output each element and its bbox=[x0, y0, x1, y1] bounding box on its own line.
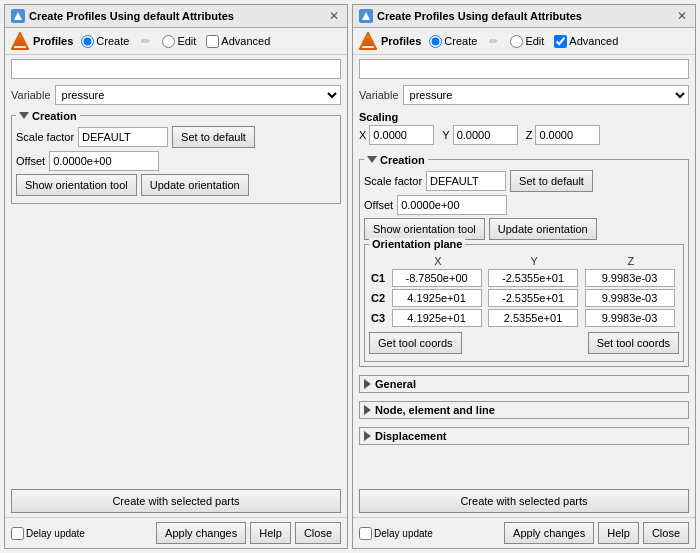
left-content: Variable pressure Creation Scale factor … bbox=[5, 55, 347, 517]
left-offset-input[interactable] bbox=[49, 151, 159, 171]
right-scaling-section: Scaling X Y Z bbox=[359, 111, 689, 149]
left-close-x-button[interactable]: ✕ bbox=[327, 9, 341, 23]
left-variable-select[interactable]: pressure bbox=[55, 85, 341, 105]
right-app-icon bbox=[359, 9, 373, 23]
right-scale-z-input[interactable] bbox=[535, 125, 600, 145]
right-mode-group: Create ✏ Edit Advanced bbox=[429, 35, 618, 48]
left-variable-row: Variable pressure bbox=[11, 85, 341, 105]
right-offset-input[interactable] bbox=[397, 195, 507, 215]
right-scaling-label: Scaling bbox=[359, 111, 689, 123]
left-delay-check[interactable]: Delay update bbox=[11, 527, 152, 540]
right-create-radio[interactable]: Create bbox=[429, 35, 477, 48]
right-orient-table: X Y Z C1 C2 C3 bbox=[369, 254, 679, 328]
right-scale-x-input[interactable] bbox=[369, 125, 434, 145]
left-app-icon bbox=[11, 9, 25, 23]
left-dialog: Create Profiles Using default Attributes… bbox=[4, 4, 348, 549]
left-set-default-btn[interactable]: Set to default bbox=[172, 126, 255, 148]
right-profiles-label: Profiles bbox=[359, 32, 421, 50]
orient-x-c3[interactable] bbox=[390, 308, 486, 328]
orient-x-c2[interactable] bbox=[390, 288, 486, 308]
left-search-input[interactable] bbox=[11, 59, 341, 79]
left-apply-btn[interactable]: Apply changes bbox=[156, 522, 246, 544]
right-orient-coord-btns: Get tool coords Set tool coords bbox=[369, 332, 679, 354]
right-general-section: General bbox=[359, 375, 689, 393]
left-title-bar: Create Profiles Using default Attributes… bbox=[5, 5, 347, 28]
left-footer: Delay update Apply changes Help Close bbox=[5, 517, 347, 548]
svg-marker-0 bbox=[14, 12, 22, 20]
left-scale-input[interactable] bbox=[78, 127, 168, 147]
left-show-orient-btn[interactable]: Show orientation tool bbox=[16, 174, 137, 196]
right-toolbar: Profiles Create ✏ Edit Advanced bbox=[353, 28, 695, 55]
right-title-bar: Create Profiles Using default Attributes… bbox=[353, 5, 695, 28]
left-profiles-label: Profiles bbox=[11, 32, 73, 50]
right-orient-plane-section: Orientation plane X Y Z C1 bbox=[364, 244, 684, 362]
right-apply-btn[interactable]: Apply changes bbox=[504, 522, 594, 544]
right-help-btn[interactable]: Help bbox=[598, 522, 639, 544]
right-set-coords-btn[interactable]: Set tool coords bbox=[588, 332, 679, 354]
left-close-btn[interactable]: Close bbox=[295, 522, 341, 544]
orient-pos-c2: C2 bbox=[369, 288, 390, 308]
right-creation-section: Creation Scale factor Set to default Off… bbox=[359, 159, 689, 367]
left-edit-radio[interactable]: Edit bbox=[162, 35, 196, 48]
right-node-section: Node, element and line bbox=[359, 401, 689, 419]
left-create-btn[interactable]: Create with selected parts bbox=[11, 489, 341, 513]
orient-y-c2[interactable] bbox=[486, 288, 582, 308]
right-set-default-btn[interactable]: Set to default bbox=[510, 170, 593, 192]
left-create-radio[interactable]: Create bbox=[81, 35, 129, 48]
left-offset-row: Offset bbox=[16, 151, 336, 171]
left-scale-row: Scale factor Set to default bbox=[16, 126, 336, 148]
left-help-btn[interactable]: Help bbox=[250, 522, 291, 544]
right-node-expand-icon bbox=[364, 405, 371, 415]
right-scaling-values: X Y Z bbox=[359, 125, 689, 145]
left-update-orient-btn[interactable]: Update orientation bbox=[141, 174, 249, 196]
orient-z-c2[interactable] bbox=[583, 288, 679, 308]
right-displacement-section: Displacement bbox=[359, 427, 689, 445]
orient-row-c3: C3 bbox=[369, 308, 679, 328]
col-pos bbox=[369, 254, 390, 268]
col-x: X bbox=[390, 254, 486, 268]
right-scale-y-input[interactable] bbox=[453, 125, 518, 145]
orient-pos-c3: C3 bbox=[369, 308, 390, 328]
left-toolbar: Profiles Create ✏ Edit Advanced bbox=[5, 28, 347, 55]
right-variable-row: Variable pressure bbox=[359, 85, 689, 105]
orient-row-c1: C1 bbox=[369, 268, 679, 288]
right-title: Create Profiles Using default Attributes bbox=[377, 10, 582, 22]
right-orient-btns: Show orientation tool Update orientation bbox=[364, 218, 684, 240]
svg-marker-3 bbox=[362, 12, 370, 20]
right-scale-row: Scale factor Set to default bbox=[364, 170, 684, 192]
orient-y-c1[interactable] bbox=[486, 268, 582, 288]
left-title: Create Profiles Using default Attributes bbox=[29, 10, 234, 22]
orient-z-c3[interactable] bbox=[583, 308, 679, 328]
right-edit-radio[interactable]: Edit bbox=[510, 35, 544, 48]
left-orient-btns: Show orientation tool Update orientation bbox=[16, 174, 336, 196]
right-profiles-icon bbox=[359, 32, 377, 50]
right-update-orient-btn[interactable]: Update orientation bbox=[489, 218, 597, 240]
orient-row-c2: C2 bbox=[369, 288, 679, 308]
left-mode-group: Create ✏ Edit Advanced bbox=[81, 35, 270, 48]
orient-pos-c1: C1 bbox=[369, 268, 390, 288]
right-show-orient-btn[interactable]: Show orientation tool bbox=[364, 218, 485, 240]
right-general-expand-icon bbox=[364, 379, 371, 389]
right-search-input[interactable] bbox=[359, 59, 689, 79]
left-advanced-check[interactable]: Advanced bbox=[206, 35, 270, 48]
right-scale-input[interactable] bbox=[426, 171, 506, 191]
orient-x-c1[interactable] bbox=[390, 268, 486, 288]
right-advanced-check[interactable]: Advanced bbox=[554, 35, 618, 48]
right-delay-check[interactable]: Delay update bbox=[359, 527, 500, 540]
orient-z-c1[interactable] bbox=[583, 268, 679, 288]
right-close-x-button[interactable]: ✕ bbox=[675, 9, 689, 23]
right-creation-expand-icon bbox=[367, 156, 377, 163]
right-disp-expand-icon bbox=[364, 431, 371, 441]
right-offset-row: Offset bbox=[364, 195, 684, 215]
orient-y-c3[interactable] bbox=[486, 308, 582, 328]
left-profiles-icon bbox=[11, 32, 29, 50]
right-create-btn[interactable]: Create with selected parts bbox=[359, 489, 689, 513]
right-get-coords-btn[interactable]: Get tool coords bbox=[369, 332, 462, 354]
right-variable-select[interactable]: pressure bbox=[403, 85, 689, 105]
right-dialog: Create Profiles Using default Attributes… bbox=[352, 4, 696, 549]
right-close-btn[interactable]: Close bbox=[643, 522, 689, 544]
right-footer: Delay update Apply changes Help Close bbox=[353, 517, 695, 548]
left-creation-section: Creation Scale factor Set to default Off… bbox=[11, 115, 341, 204]
col-z: Z bbox=[583, 254, 679, 268]
left-creation-expand-icon bbox=[19, 112, 29, 119]
